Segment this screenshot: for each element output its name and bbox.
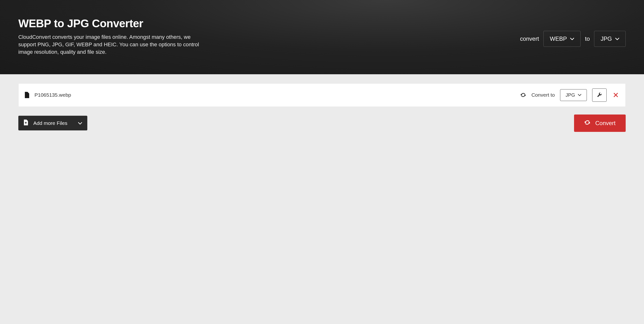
chevron-down-icon [78,122,82,125]
hero-left: WEBP to JPG Converter CloudConvert conve… [18,17,206,56]
close-icon [613,93,618,97]
chevron-down-icon [578,94,581,96]
hero-section: WEBP to JPG Converter CloudConvert conve… [0,0,644,74]
file-convert-group: Convert to JPG [520,88,606,102]
file-options-button[interactable] [592,88,606,102]
file-row: P1065135.webp Convert to JPG [18,83,626,107]
from-format-value: WEBP [550,35,567,42]
page-description: CloudConvert converts your image files o… [18,33,206,56]
to-label: to [585,35,590,42]
chevron-down-icon [615,37,619,40]
convert-button[interactable]: Convert [574,114,626,132]
file-target-format-value: JPG [566,92,575,98]
to-format-dropdown[interactable]: JPG [594,31,626,47]
wrench-icon [597,92,602,98]
convert-to-label: Convert to [531,92,555,98]
divider [72,120,73,127]
actions-row: Add more Files Convert [18,114,626,132]
svg-rect-1 [26,122,26,124]
chevron-down-icon [570,37,574,40]
convert-button-label: Convert [595,120,616,127]
convert-icon [584,119,590,127]
file-add-icon [24,120,28,127]
remove-file-button[interactable] [612,91,620,99]
file-name: P1065135.webp [34,92,515,98]
from-format-dropdown[interactable]: WEBP [544,31,581,47]
page-title: WEBP to JPG Converter [18,17,206,30]
file-target-format-dropdown[interactable]: JPG [560,89,587,101]
file-icon [24,92,29,98]
format-selector-group: convert WEBP to JPG [520,31,626,47]
add-more-files-label: Add more Files [33,120,67,126]
add-more-files-button[interactable]: Add more Files [18,116,87,130]
convert-label: convert [520,35,539,42]
to-format-value: JPG [600,35,612,42]
convert-icon [520,92,526,98]
main-section: P1065135.webp Convert to JPG [0,74,644,146]
